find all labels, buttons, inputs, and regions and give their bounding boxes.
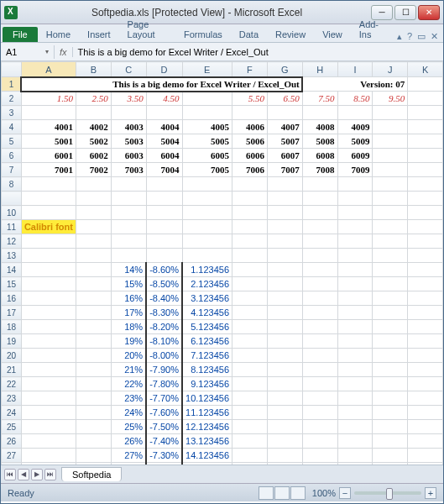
cell[interactable] [302,249,337,263]
cell[interactable]: 16% [111,291,146,306]
cell[interactable]: 15% [111,277,146,291]
cell[interactable] [373,177,408,192]
cell[interactable]: 7008 [302,163,337,177]
cell[interactable] [111,249,146,263]
row-header[interactable]: 14 [2,263,22,277]
cell[interactable] [302,263,337,277]
cell[interactable] [302,420,337,434]
cell[interactable] [232,377,268,391]
cell[interactable]: -8.00% [146,349,182,363]
cell[interactable] [76,249,111,263]
cell[interactable] [373,192,408,206]
tab-view[interactable]: View [314,27,351,42]
maximize-button[interactable]: ☐ [394,5,416,20]
cell[interactable] [76,306,111,320]
cell[interactable] [337,263,373,277]
cell[interactable] [111,106,146,120]
cell[interactable] [373,349,408,363]
cell[interactable] [373,363,408,377]
cell[interactable] [337,434,373,449]
cell[interactable] [21,363,76,377]
cell[interactable] [232,420,268,434]
cell[interactable] [408,263,443,277]
cell[interactable] [408,406,443,420]
cell[interactable] [21,406,76,420]
cell[interactable]: 18% [111,320,146,334]
worksheet-grid[interactable]: A B C D E F G H I J K 1This is a big dem… [1,61,443,465]
cell[interactable] [21,206,76,220]
cell[interactable]: 5002 [76,134,111,149]
cell[interactable] [21,449,76,463]
cell[interactable]: 5005 [182,134,232,149]
help-icon[interactable]: ? [407,31,412,42]
cell[interactable] [21,391,76,406]
cell[interactable] [267,291,302,306]
row-header[interactable]: 13 [2,249,22,263]
cell[interactable] [373,306,408,320]
cell[interactable] [232,406,268,420]
cell[interactable]: 5004 [146,134,182,149]
cell[interactable] [76,434,111,449]
cell[interactable]: 7007 [267,163,302,177]
cell[interactable] [267,249,302,263]
col-header[interactable]: D [146,62,182,77]
cell[interactable] [373,163,408,177]
cell[interactable] [408,249,443,263]
cell[interactable] [267,192,302,206]
cell[interactable] [267,306,302,320]
cell[interactable] [373,249,408,263]
cell[interactable] [267,420,302,434]
cell[interactable] [408,134,443,149]
cell[interactable]: 13.123456 [182,434,232,449]
cell[interactable] [267,234,302,249]
cell[interactable] [76,349,111,363]
cell[interactable] [76,420,111,434]
zoom-in-button[interactable]: + [425,487,436,499]
page-layout-view-icon[interactable] [274,486,290,500]
cell[interactable]: -7.20% [146,463,182,465]
cell[interactable] [302,377,337,391]
cell[interactable] [21,377,76,391]
cell[interactable] [76,320,111,334]
cell[interactable] [337,249,373,263]
cell[interactable] [267,406,302,420]
cell[interactable] [302,306,337,320]
cell[interactable]: -7.30% [146,449,182,463]
cell[interactable]: 1.50 [21,92,76,106]
cell[interactable] [21,263,76,277]
cell[interactable]: 17% [111,306,146,320]
cell[interactable] [302,406,337,420]
cell[interactable] [373,149,408,163]
cell[interactable] [146,177,182,192]
cell[interactable]: 7004 [146,163,182,177]
cell[interactable]: -7.90% [146,363,182,377]
cell[interactable] [182,234,232,249]
cell[interactable] [267,377,302,391]
row-header[interactable]: 1 [2,77,22,92]
cell[interactable] [232,277,268,291]
cell[interactable] [408,192,443,206]
tab-review[interactable]: Review [267,27,314,42]
cell[interactable] [76,363,111,377]
row-header[interactable]: 16 [2,291,22,306]
cell[interactable]: 26% [111,434,146,449]
cell[interactable] [373,277,408,291]
window-close-icon[interactable]: ✕ [431,31,438,42]
cell[interactable] [373,106,408,120]
cell[interactable]: 6009 [337,149,373,163]
cell[interactable] [146,234,182,249]
row-header[interactable]: 3 [2,106,22,120]
row-header[interactable]: 20 [2,349,22,363]
normal-view-icon[interactable] [259,486,274,500]
cell[interactable] [267,463,302,465]
row-header[interactable]: 18 [2,320,22,334]
cell[interactable] [76,206,111,220]
cell[interactable] [337,206,373,220]
cell[interactable]: -7.40% [146,434,182,449]
cell[interactable]: 22% [111,377,146,391]
cell[interactable] [21,420,76,434]
cell[interactable]: 6008 [302,149,337,163]
cell[interactable] [146,249,182,263]
cell[interactable] [232,463,268,465]
cell[interactable]: 8.123456 [182,363,232,377]
